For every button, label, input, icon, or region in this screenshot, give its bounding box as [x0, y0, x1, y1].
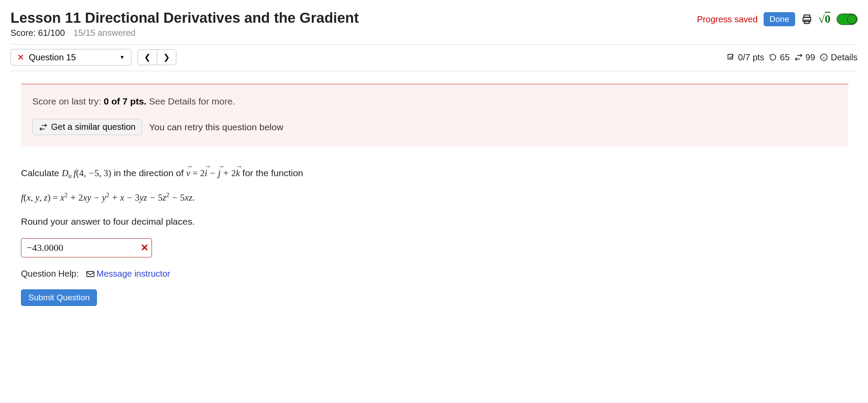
submit-question-button[interactable]: Submit Question [21, 289, 97, 306]
round-instruction: Round your answer to four decimal places… [21, 214, 545, 229]
question-dropdown[interactable]: ✕ Question 15 ▼ [10, 49, 131, 66]
similar-question-label: Get a similar question [51, 122, 135, 132]
next-question-button[interactable]: ❯ [157, 50, 176, 65]
answered-text: 15/15 answered [73, 28, 135, 38]
retries-text: 65 [780, 52, 789, 63]
question-prompt-line-1: Calculate Du f(4, −5, 3) in the directio… [21, 166, 545, 181]
for-function-text: for the function [242, 168, 303, 178]
direction-words: in the direction of [114, 168, 186, 178]
mail-icon [86, 270, 95, 280]
question-nav: ❮ ❯ [138, 49, 176, 65]
answer-input[interactable] [21, 238, 152, 257]
retry-icon [768, 53, 777, 62]
page-title: Lesson 11 Directional Derivatives and th… [10, 10, 359, 26]
swap-icon [794, 53, 803, 62]
last-try-prefix: Score on last try: [32, 96, 103, 106]
prev-question-button[interactable]: ❮ [138, 50, 157, 65]
retry-hint-text: You can retry this question below [149, 122, 283, 132]
help-label: Question Help: [21, 269, 79, 278]
math-input-mode-icon: √0 [819, 13, 830, 26]
details-link[interactable]: Details [831, 52, 858, 63]
last-try-score: 0 of 7 pts. [103, 96, 146, 106]
svg-rect-4 [87, 272, 94, 277]
question-dropdown-label: Question 15 [29, 52, 76, 63]
incorrect-icon: ✕ [17, 52, 24, 63]
info-icon [820, 53, 828, 62]
math-mode-toggle[interactable] [837, 14, 858, 25]
attempts-total-text: 99 [806, 52, 815, 63]
done-button[interactable]: Done [764, 12, 795, 26]
message-instructor-link[interactable]: Message instructor [96, 269, 170, 278]
question-function-line: f(x, y, z) = x2 + 2xy − y2 + x − 3yz − 5… [21, 190, 545, 205]
chevron-down-icon: ▼ [120, 54, 125, 60]
similar-question-button[interactable]: Get a similar question [32, 119, 142, 135]
calc-prefix: Calculate [21, 168, 62, 178]
last-try-suffix: See Details for more. [146, 96, 235, 106]
progress-saved-text: Progress saved [697, 14, 758, 24]
swap-icon [39, 123, 48, 132]
checkbox-icon [727, 53, 735, 62]
print-icon[interactable] [801, 14, 813, 25]
feedback-box: Score on last try: 0 of 7 pts. See Detai… [21, 83, 848, 146]
points-text: 0/7 pts [738, 52, 764, 63]
score-text: Score: 61/100 [10, 28, 65, 38]
